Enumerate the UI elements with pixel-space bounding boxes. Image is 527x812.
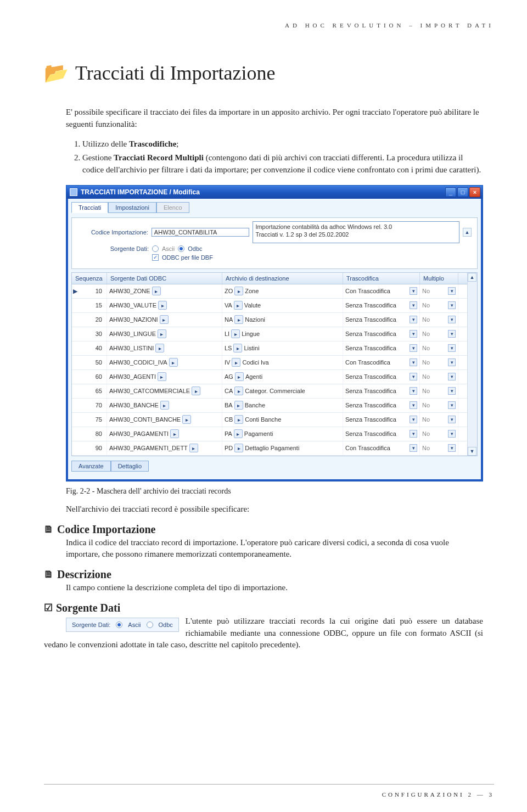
cell-tras[interactable]: Senza Trascodifica▾ (343, 427, 420, 441)
chevron-down-icon[interactable]: ▾ (448, 359, 456, 366)
col-destinazione[interactable]: Archivio di destinazione (222, 273, 343, 284)
grid-scrollbar[interactable]: ▲ ▼ (467, 273, 477, 456)
cell-tras[interactable]: Con Trascodifica▾ (343, 356, 420, 369)
lookup-icon[interactable]: ▸ (160, 401, 169, 410)
codice-field[interactable]: AHW30_CONTABILITA (152, 228, 250, 237)
cell-seq[interactable]: 60 (79, 370, 107, 384)
cell-seq[interactable]: 65 (79, 384, 107, 398)
scroll-up-icon[interactable]: ▲ (468, 273, 476, 282)
chevron-down-icon[interactable]: ▾ (410, 344, 417, 352)
chevron-down-icon[interactable]: ▾ (448, 301, 456, 309)
cell-src[interactable]: AHW30_BANCHE▸ (107, 399, 222, 412)
cell-mul[interactable]: No▾ (420, 341, 458, 355)
lookup-icon[interactable]: ▸ (158, 329, 166, 338)
chevron-down-icon[interactable]: ▾ (410, 359, 417, 366)
radio-odbc[interactable] (178, 245, 184, 252)
chevron-down-icon[interactable]: ▾ (448, 344, 456, 352)
tab-elenco[interactable]: Elenco (156, 202, 189, 213)
maximize-button[interactable]: □ (457, 187, 468, 197)
cell-seq[interactable]: 80 (79, 427, 107, 441)
cell-src[interactable]: AHW30_VALUTE▸ (107, 299, 222, 312)
lookup-icon[interactable]: ▸ (234, 287, 243, 295)
cell-src[interactable]: AHW30_ZONE▸ (107, 284, 222, 298)
lookup-icon[interactable]: ▸ (231, 329, 240, 338)
chevron-down-icon[interactable]: ▾ (410, 301, 417, 309)
lookup-icon[interactable]: ▸ (234, 415, 243, 424)
chevron-down-icon[interactable]: ▾ (410, 316, 417, 323)
lookup-icon[interactable]: ▸ (170, 429, 179, 438)
cell-dest[interactable]: CB▸Conti Banche (222, 413, 343, 427)
tab-avanzate[interactable]: Avanzate (71, 461, 111, 472)
col-sequenza[interactable]: Sequenza (72, 273, 107, 284)
lookup-icon[interactable]: ▸ (182, 415, 191, 424)
minimize-button[interactable]: _ (445, 187, 456, 197)
table-row[interactable]: 60AHW30_AGENTI▸AG▸AgentiSenza Trascodifi… (72, 370, 467, 384)
table-row[interactable]: 40AHW30_LISTINI▸LS▸ListiniSenza Trascodi… (72, 341, 467, 356)
table-row[interactable]: 20AHW30_NAZIONI▸NA▸NazioniSenza Trascodi… (72, 313, 467, 327)
cell-seq[interactable]: 75 (79, 413, 107, 427)
cell-mul[interactable]: No▾ (420, 441, 458, 455)
cell-dest[interactable]: CA▸Categor. Commerciale (222, 384, 343, 398)
tab-dettaglio[interactable]: Dettaglio (111, 461, 149, 472)
cell-seq[interactable]: 15 (79, 299, 107, 312)
cell-src[interactable]: AHW30_PAGAMENTI▸ (107, 427, 222, 441)
lookup-icon[interactable]: ▸ (233, 344, 242, 352)
radio-ascii[interactable] (116, 621, 122, 628)
cell-dest[interactable]: NA▸Nazioni (222, 313, 343, 327)
cell-seq[interactable]: 50 (79, 356, 107, 369)
cell-seq[interactable]: 10 (79, 284, 107, 298)
cell-mul[interactable]: No▾ (420, 313, 458, 327)
table-row[interactable]: 70AHW30_BANCHE▸BA▸BancheSenza Trascodifi… (72, 399, 467, 413)
chevron-down-icon[interactable]: ▾ (448, 430, 456, 438)
description-box[interactable]: Importazione contabilità da adhoc Window… (253, 221, 459, 243)
cell-seq[interactable]: 40 (79, 341, 107, 355)
lookup-icon[interactable]: ▸ (234, 401, 243, 410)
cell-tras[interactable]: Senza Trascodifica▾ (343, 370, 420, 384)
cell-src[interactable]: AHW30_CODICI_IVA▸ (107, 356, 222, 369)
cell-dest[interactable]: IV▸Codici Iva (222, 356, 343, 369)
cell-seq[interactable]: 70 (79, 399, 107, 412)
cell-seq[interactable]: 30 (79, 327, 107, 341)
cell-mul[interactable]: No▾ (420, 413, 458, 427)
lookup-icon[interactable]: ▸ (234, 429, 243, 438)
lookup-icon[interactable]: ▸ (169, 358, 178, 367)
lookup-icon[interactable]: ▸ (192, 387, 200, 395)
cell-dest[interactable]: AG▸Agenti (222, 370, 343, 384)
lookup-icon[interactable]: ▸ (189, 444, 198, 452)
lookup-icon[interactable]: ▸ (158, 372, 166, 381)
cell-tras[interactable]: Con Trascodifica▾ (343, 441, 420, 455)
cell-dest[interactable]: VA▸Valute (222, 299, 343, 312)
cell-tras[interactable]: Senza Trascodifica▾ (343, 413, 420, 427)
cell-dest[interactable]: PD▸Dettaglio Pagamenti (222, 441, 343, 455)
cell-src[interactable]: AHW30_NAZIONI▸ (107, 313, 222, 327)
col-multiplo[interactable]: Multiplo (420, 273, 458, 284)
table-row[interactable]: 15AHW30_VALUTE▸VA▸ValuteSenza Trascodifi… (72, 299, 467, 313)
cell-mul[interactable]: No▾ (420, 356, 458, 369)
radio-odbc[interactable] (147, 621, 153, 628)
lookup-icon[interactable]: ▸ (234, 387, 243, 395)
cell-src[interactable]: AHW30_CONTI_BANCHE▸ (107, 413, 222, 427)
chevron-down-icon[interactable]: ▾ (448, 401, 456, 409)
col-sorgente[interactable]: Sorgente Dati ODBC (107, 273, 222, 284)
cell-src[interactable]: AHW30_AGENTI▸ (107, 370, 222, 384)
cell-mul[interactable]: No▾ (420, 284, 458, 298)
chevron-down-icon[interactable]: ▾ (448, 330, 456, 338)
cell-seq[interactable]: 90 (79, 441, 107, 455)
col-trascodifica[interactable]: Trascodifica (343, 273, 420, 284)
cell-tras[interactable]: Senza Trascodifica▾ (343, 299, 420, 312)
lookup-icon[interactable]: ▸ (234, 444, 243, 452)
lookup-icon[interactable]: ▸ (152, 287, 161, 295)
cell-tras[interactable]: Senza Trascodifica▾ (343, 327, 420, 341)
chevron-down-icon[interactable]: ▾ (410, 430, 417, 438)
cell-tras[interactable]: Senza Trascodifica▾ (343, 313, 420, 327)
chevron-down-icon[interactable]: ▾ (410, 387, 417, 395)
tab-tracciati[interactable]: Tracciati (71, 202, 108, 213)
cell-dest[interactable]: ZO▸Zone (222, 284, 343, 298)
scroll-up-icon[interactable]: ▲ (463, 228, 472, 237)
chevron-down-icon[interactable]: ▾ (410, 416, 417, 423)
cell-src[interactable]: AHW30_LISTINI▸ (107, 341, 222, 355)
table-row[interactable]: 75AHW30_CONTI_BANCHE▸CB▸Conti BancheSenz… (72, 413, 467, 427)
chevron-down-icon[interactable]: ▾ (410, 287, 417, 295)
cell-mul[interactable]: No▾ (420, 384, 458, 398)
table-row[interactable]: 80AHW30_PAGAMENTI▸PA▸PagamentiSenza Tras… (72, 427, 467, 441)
